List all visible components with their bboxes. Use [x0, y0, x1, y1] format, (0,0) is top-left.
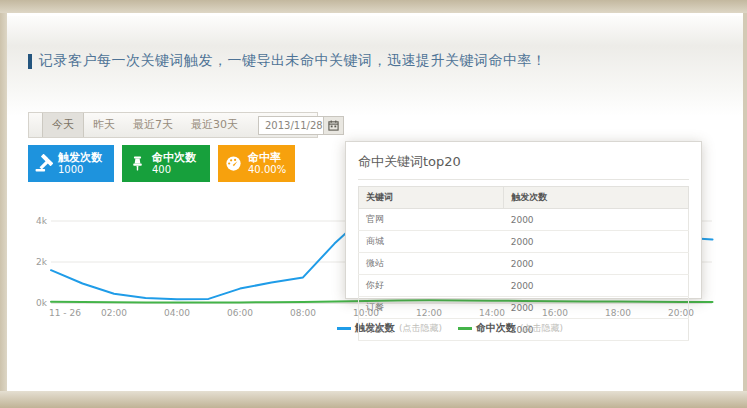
- keyword-cell: 商城: [359, 231, 504, 253]
- svg-text:2k: 2k: [36, 257, 48, 267]
- column-trigger-count: 触发次数: [504, 187, 689, 209]
- trigger-count-cell: 2000: [504, 297, 689, 319]
- svg-text:0k: 0k: [36, 298, 48, 308]
- stat-label: 触发次数: [58, 152, 102, 164]
- title-marker: [28, 54, 32, 69]
- keywords-table: 关键词 触发次数 官网2000商城2000微站2000你好2000订餐2000你…: [358, 186, 689, 341]
- frame-left-edge: [0, 13, 7, 391]
- svg-text:04:00: 04:00: [164, 308, 190, 318]
- table-row: 商城2000: [359, 231, 689, 253]
- keyword-cell: 你多大: [359, 319, 504, 341]
- svg-text:02:00: 02:00: [101, 308, 127, 318]
- table-row: 你多大2000: [359, 319, 689, 341]
- trigger-count-cell: 2000: [504, 319, 689, 341]
- tab-yesterday[interactable]: 昨天: [84, 113, 124, 137]
- svg-text:4k: 4k: [36, 216, 48, 226]
- trigger-count-cell: 2000: [504, 275, 689, 297]
- stat-card-triggers[interactable]: 触发次数 1000: [28, 145, 114, 182]
- keyword-cell: 微站: [359, 253, 504, 275]
- date-range-toolbar: 今天 昨天 最近7天 最近30天 2013/11/28: [28, 112, 318, 138]
- top-keywords-panel: 命中关键词top20 关键词 触发次数 官网2000商城2000微站2000你好…: [345, 141, 702, 299]
- calendar-icon: [328, 120, 339, 131]
- stat-value: 1000: [58, 164, 102, 176]
- table-row: 官网2000: [359, 209, 689, 231]
- tab-today[interactable]: 今天: [42, 113, 84, 137]
- frame-top-bar: [0, 0, 747, 13]
- keywords-table-body: 官网2000商城2000微站2000你好2000订餐2000你多大2000: [359, 209, 689, 341]
- pin-icon: [122, 155, 152, 172]
- content-page: 记录客户每一次关键词触发，一键导出未命中关键词，迅速提升关键词命中率！ 今天 昨…: [7, 13, 743, 391]
- keyword-cell: 订餐: [359, 297, 504, 319]
- stat-value: 40.00%: [248, 164, 286, 176]
- stat-label: 命中率: [248, 152, 286, 164]
- stat-cards: 触发次数 1000 命中次数 400: [28, 145, 295, 182]
- date-picker-value[interactable]: 2013/11/28: [259, 117, 323, 134]
- gavel-icon: [28, 154, 58, 173]
- panel-title: 命中关键词top20: [358, 153, 689, 171]
- stat-label: 命中次数: [152, 152, 196, 164]
- page-title: 记录客户每一次关键词触发，一键导出未命中关键词，迅速提升关键词命中率！: [28, 52, 547, 70]
- column-keyword: 关键词: [359, 187, 504, 209]
- gauge-icon: [218, 154, 248, 173]
- trigger-count-cell: 2000: [504, 231, 689, 253]
- frame-right-edge: [743, 13, 747, 391]
- svg-text:08:00: 08:00: [290, 308, 316, 318]
- trigger-count-cell: 2000: [504, 209, 689, 231]
- table-row: 微站2000: [359, 253, 689, 275]
- app-window: 记录客户每一次关键词触发，一键导出未命中关键词，迅速提升关键词命中率！ 今天 昨…: [0, 0, 747, 408]
- table-row: 你好2000: [359, 275, 689, 297]
- stat-card-hit-rate[interactable]: 命中率 40.00%: [218, 145, 295, 182]
- date-picker[interactable]: 2013/11/28: [258, 116, 344, 135]
- table-row: 订餐2000: [359, 297, 689, 319]
- legend-color-dash: [337, 327, 351, 330]
- keyword-cell: 你好: [359, 275, 504, 297]
- keyword-cell: 官网: [359, 209, 504, 231]
- stat-value: 400: [152, 164, 196, 176]
- stat-card-hits[interactable]: 命中次数 400: [122, 145, 210, 182]
- tab-last7days[interactable]: 最近7天: [124, 113, 182, 137]
- page-title-text: 记录客户每一次关键词触发，一键导出未命中关键词，迅速提升关键词命中率！: [39, 52, 547, 70]
- calendar-button[interactable]: [323, 117, 343, 134]
- panel-divider: [358, 179, 689, 180]
- tab-last30days[interactable]: 最近30天: [182, 113, 247, 137]
- trigger-count-cell: 2000: [504, 253, 689, 275]
- svg-text:06:00: 06:00: [227, 308, 253, 318]
- frame-bottom-bar: [0, 391, 747, 408]
- table-header-row: 关键词 触发次数: [359, 187, 689, 209]
- svg-text:11 - 26: 11 - 26: [49, 308, 81, 318]
